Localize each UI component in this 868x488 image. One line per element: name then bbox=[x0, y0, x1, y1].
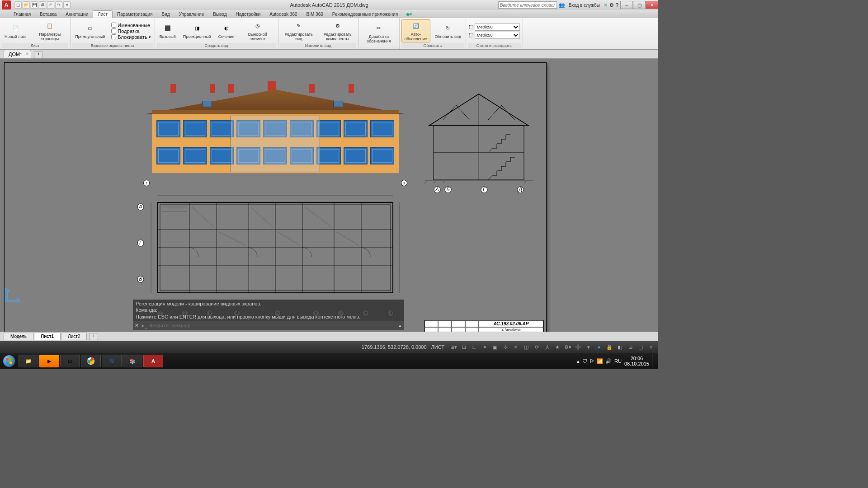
isolate-icon[interactable]: ◧ bbox=[615, 343, 624, 352]
qat-save-icon[interactable]: 💾 bbox=[31, 1, 38, 9]
paper-sheet[interactable]: 1 9 bbox=[4, 62, 547, 338]
app-icon[interactable]: A bbox=[2, 0, 11, 9]
taskbar-chrome[interactable] bbox=[81, 355, 101, 367]
tab-featured[interactable]: Рекомендованные приложения bbox=[328, 11, 402, 18]
tray-action-icon[interactable]: 🏳 bbox=[590, 358, 594, 364]
otrack-icon[interactable]: ⊹ bbox=[501, 343, 510, 352]
quick-props-icon[interactable]: ● bbox=[594, 343, 604, 352]
update-view-button[interactable]: ↻Обновить вид bbox=[432, 22, 464, 40]
layout-tab-2[interactable]: Лист2 bbox=[61, 333, 87, 340]
show-desktop-button[interactable] bbox=[652, 354, 656, 368]
viewport-rect-button[interactable]: ▭Прямоугольный bbox=[72, 22, 108, 40]
ortho-icon[interactable]: ∟ bbox=[470, 343, 479, 352]
apps-badge-icon[interactable]: ◆▾ bbox=[406, 11, 412, 17]
maximize-button[interactable]: ▢ bbox=[633, 1, 646, 9]
qat-open-icon[interactable]: 📂 bbox=[23, 1, 30, 9]
tray-expand-icon[interactable]: ▴ bbox=[577, 358, 580, 364]
tab-parametric[interactable]: Параметризация bbox=[113, 11, 157, 18]
workspace-icon[interactable]: ⚙▾ bbox=[563, 343, 572, 352]
share-icon[interactable]: ⚙ bbox=[609, 2, 614, 8]
base-view-button[interactable]: ⬛Базовый bbox=[157, 22, 179, 40]
edit-view-button[interactable]: ✎Редактировать вид bbox=[280, 20, 317, 42]
clean-screen-icon[interactable]: ▢ bbox=[636, 343, 645, 352]
help-icon[interactable]: ? bbox=[616, 2, 618, 8]
cmd-close-icon[interactable]: ✕ bbox=[133, 323, 140, 328]
section-view-button[interactable]: ◐Сечение bbox=[216, 22, 237, 40]
tray-lang[interactable]: RU bbox=[614, 358, 622, 364]
new-doc-tab-button[interactable]: + bbox=[34, 51, 43, 58]
annotation-monitor-icon[interactable]: ➕ bbox=[574, 343, 583, 352]
units-icon[interactable]: ▾ bbox=[584, 343, 593, 352]
cmd-recent-icon[interactable]: ▴ bbox=[396, 323, 404, 328]
taskbar-winrar[interactable]: 📚 bbox=[123, 355, 142, 367]
svg-line-6 bbox=[488, 105, 501, 120]
annotation-scale-icon[interactable]: 人 bbox=[542, 343, 552, 352]
tab-output[interactable]: Вывод bbox=[208, 11, 231, 18]
qat-dropdown-icon[interactable]: ▾ bbox=[63, 1, 71, 9]
tab-manage[interactable]: Управление bbox=[175, 11, 209, 18]
command-input[interactable] bbox=[149, 323, 396, 328]
detail-view-button[interactable]: ◎Выносной элемент bbox=[239, 20, 276, 42]
infocenter-icon[interactable]: 👥 bbox=[559, 2, 565, 8]
qat-redo-icon[interactable]: ↷ bbox=[55, 1, 62, 9]
taskbar-folder[interactable]: 🗂 bbox=[60, 355, 80, 367]
page-setup-button[interactable]: 📋Параметры страницы bbox=[31, 20, 68, 42]
tray-volume-icon[interactable]: 🔊 bbox=[605, 358, 612, 364]
named-check[interactable]: Именованные bbox=[111, 23, 151, 28]
tray-security-icon[interactable]: 🛡 bbox=[582, 358, 587, 364]
cycling-icon[interactable]: ⟳ bbox=[532, 343, 541, 352]
qat-print-icon[interactable]: 🖶 bbox=[39, 1, 46, 9]
drawing-area[interactable]: ─ ▢ ✕ ⊞ ✋ 🔍 bbox=[0, 59, 658, 332]
taskbar-autocad[interactable]: A bbox=[143, 355, 163, 367]
start-button[interactable] bbox=[0, 354, 18, 368]
customize-icon[interactable]: ≡ bbox=[646, 343, 656, 352]
svg-line-7 bbox=[501, 105, 515, 120]
tab-bim360[interactable]: BIM 360 bbox=[302, 11, 328, 18]
add-layout-button[interactable]: + bbox=[89, 333, 98, 340]
doc-tab[interactable]: ДОМ*✕ bbox=[4, 50, 31, 58]
taskbar-explorer[interactable]: 📁 bbox=[19, 355, 38, 367]
tab-annotate[interactable]: Аннотации bbox=[61, 11, 93, 18]
style1-select[interactable]: Metric50 bbox=[475, 23, 520, 31]
tray-network-icon[interactable]: 📶 bbox=[597, 358, 603, 364]
snap-icon[interactable]: ⊡ bbox=[459, 343, 468, 352]
layout-tab-model[interactable]: Модель bbox=[4, 333, 33, 340]
qat-new-icon[interactable]: ▢ bbox=[14, 1, 22, 9]
taskbar-media[interactable]: ▶ bbox=[39, 355, 59, 367]
osnap-icon[interactable]: ▣ bbox=[491, 343, 500, 352]
search-input[interactable] bbox=[498, 1, 557, 9]
lock-ui-icon[interactable]: 🔒 bbox=[605, 343, 614, 352]
tab-layout[interactable]: Лист bbox=[93, 10, 113, 18]
tray-clock[interactable]: 20:06 08.10.2015 bbox=[624, 356, 649, 366]
close-tab-icon[interactable]: ✕ bbox=[25, 52, 29, 56]
edit-components-button[interactable]: ⚙Редактировать компоненты bbox=[319, 20, 356, 42]
symbol-sketch-button[interactable]: ✏Доработка обозначения bbox=[360, 22, 397, 45]
projected-view-button[interactable]: ◨Проекционный bbox=[180, 22, 214, 40]
annotation-vis-icon[interactable]: ★ bbox=[553, 343, 562, 352]
svg-text:Г: Г bbox=[139, 240, 142, 245]
tab-insert[interactable]: Вставка bbox=[35, 11, 61, 18]
tab-addins[interactable]: Надстройки bbox=[231, 11, 265, 18]
polar-icon[interactable]: ✦ bbox=[480, 343, 489, 352]
qat-undo-icon[interactable]: ↶ bbox=[47, 1, 54, 9]
layout-tab-1[interactable]: Лист1 bbox=[34, 333, 61, 340]
svg-line-10 bbox=[434, 181, 436, 183]
lock-check[interactable]: Блокировать ▾ bbox=[111, 34, 151, 40]
transparency-icon[interactable]: ◫ bbox=[522, 343, 531, 352]
new-layout-button[interactable]: 📄Новый лист bbox=[2, 22, 29, 40]
signin-link[interactable]: Вход в службы bbox=[567, 3, 602, 8]
auto-update-button[interactable]: 🔄Авто- обновление bbox=[401, 19, 430, 43]
style2-select[interactable]: Metric50 bbox=[475, 32, 520, 39]
lineweight-icon[interactable]: ≡ bbox=[511, 343, 520, 352]
exchange-icon[interactable]: ✕ bbox=[604, 2, 608, 8]
grid-icon[interactable]: ⊞▾ bbox=[449, 343, 458, 352]
taskbar-word[interactable]: W bbox=[102, 355, 122, 367]
tab-home[interactable]: Главная bbox=[9, 11, 35, 18]
tab-view[interactable]: Вид bbox=[157, 11, 175, 18]
minimize-button[interactable]: ─ bbox=[620, 1, 633, 9]
tab-a360[interactable]: Autodesk 360 bbox=[265, 11, 302, 18]
clip-check[interactable]: Подрезка bbox=[111, 28, 151, 34]
close-button[interactable]: ✕ bbox=[646, 1, 658, 9]
status-space[interactable]: ЛИСТ bbox=[431, 344, 444, 350]
hardware-accel-icon[interactable]: ⊡ bbox=[626, 343, 635, 352]
